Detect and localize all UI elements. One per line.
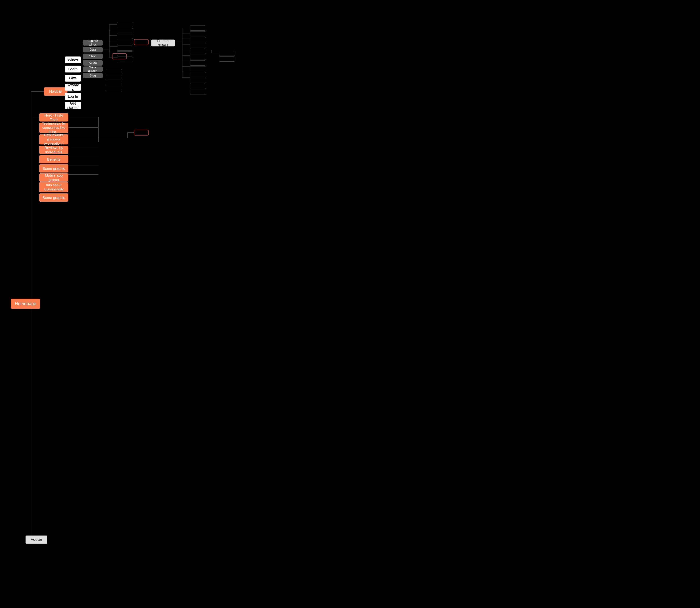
red-box-3 bbox=[134, 130, 149, 135]
login-node[interactable]: Log In bbox=[65, 93, 81, 100]
info-sustainability-node[interactable]: Info about sustainability bbox=[39, 182, 68, 192]
pd-node-8 bbox=[189, 66, 206, 71]
pd-node-7 bbox=[189, 60, 206, 65]
pd-node-10 bbox=[189, 78, 206, 83]
product-details-node[interactable]: Product details bbox=[151, 39, 175, 46]
quiz-node[interactable]: Quiz bbox=[83, 47, 103, 53]
pd-node-2 bbox=[189, 31, 206, 36]
pd-node-6 bbox=[189, 55, 206, 60]
small-node-5 bbox=[117, 45, 133, 51]
footer-node[interactable]: Footer bbox=[25, 535, 48, 544]
reviews-node[interactable]: Reviews by individuals bbox=[39, 146, 68, 154]
gifts-node[interactable]: Gifts bbox=[65, 75, 81, 82]
pd-node-5 bbox=[189, 49, 206, 54]
wine-guides-node[interactable]: Wine guides bbox=[83, 66, 103, 72]
small-node-q3 bbox=[106, 81, 122, 86]
small-node-q1 bbox=[106, 69, 122, 74]
small-node-q4 bbox=[106, 87, 122, 92]
small-node-7 bbox=[117, 57, 133, 62]
small-node-4 bbox=[117, 40, 133, 45]
navbar-node[interactable]: Navbar bbox=[44, 88, 68, 96]
pd2-node-2 bbox=[219, 56, 235, 61]
hero-node[interactable]: Hero (Taste Test) bbox=[39, 113, 68, 121]
pd-node-1 bbox=[189, 25, 206, 31]
some-graphic-1-node[interactable]: Some graphic bbox=[39, 164, 68, 172]
some-graphic-2-node[interactable]: Some graphic bbox=[39, 193, 68, 202]
pd-node-4 bbox=[189, 43, 206, 48]
pd-node-9 bbox=[189, 72, 206, 77]
mobile-app-node[interactable]: Mobile app promo bbox=[39, 173, 68, 182]
pd2-node-1 bbox=[219, 51, 235, 56]
small-node-2 bbox=[117, 28, 133, 33]
explore-wines-node[interactable]: Explore wines bbox=[83, 40, 103, 45]
learn-node[interactable]: Learn bbox=[65, 65, 81, 73]
wines-node[interactable]: Wines bbox=[65, 56, 81, 63]
how-it-works-node[interactable]: How it works (process explanation ) bbox=[39, 134, 68, 145]
red-box-1 bbox=[134, 39, 149, 45]
pd-node-11 bbox=[189, 84, 206, 89]
get-started-node[interactable]: Get started bbox=[65, 102, 81, 109]
small-node-q2 bbox=[106, 75, 122, 80]
pd-node-12 bbox=[189, 90, 206, 95]
testimonials-node[interactable]: Testimonials by companies like in bo... bbox=[39, 123, 68, 133]
blog-node[interactable]: Blog bbox=[83, 73, 103, 78]
small-node-1 bbox=[117, 22, 133, 27]
small-node-3 bbox=[117, 34, 133, 39]
rewards-node[interactable]: Rewards bbox=[65, 84, 81, 91]
shop-node[interactable]: Shop bbox=[83, 54, 103, 59]
benefits-node[interactable]: Benefits bbox=[39, 155, 68, 164]
small-node-6 bbox=[117, 51, 133, 56]
about-wines-node[interactable]: About bbox=[83, 60, 103, 65]
pd-node-3 bbox=[189, 37, 206, 42]
homepage-node[interactable]: Homepage bbox=[11, 299, 40, 309]
